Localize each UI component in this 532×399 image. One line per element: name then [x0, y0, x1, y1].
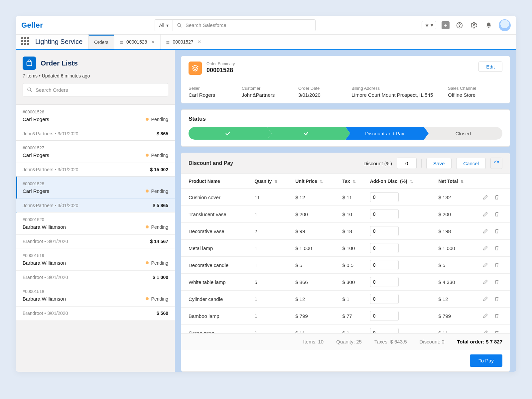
cell-tax: $ 77 — [339, 308, 367, 325]
cancel-button[interactable]: Cancel — [456, 158, 486, 169]
cell-qty: 2 — [251, 223, 292, 240]
order-amount: $ 1 000 — [153, 275, 168, 280]
cell-net-total: $ 198 — [435, 223, 479, 240]
delete-row-button[interactable] — [494, 211, 500, 217]
order-number: #00001528 — [23, 181, 168, 186]
order-list: #00001526Carl RogersPendingJohn&Partners… — [16, 104, 175, 320]
order-list-item[interactable]: #00001526Carl RogersPendingJohn&Partners… — [16, 105, 175, 141]
save-button[interactable]: Save — [426, 158, 452, 169]
cell-unit-price: $ 200 — [292, 206, 339, 223]
column-header[interactable]: Net Total ⇅ — [435, 174, 479, 189]
sort-icon: ⇅ — [320, 180, 323, 184]
delete-row-button[interactable] — [494, 330, 500, 333]
close-icon[interactable]: ✕ — [198, 39, 201, 45]
edit-row-button[interactable] — [482, 262, 488, 268]
meta-value: Carl Rogers — [189, 92, 238, 98]
table-row: Decorative candle1$ 5$ 0.5$ 5 — [181, 257, 510, 274]
trash-icon — [494, 279, 500, 285]
global-search-input[interactable]: Search Salesforce — [173, 19, 316, 31]
edit-row-button[interactable] — [482, 211, 488, 217]
delete-row-button[interactable] — [494, 262, 500, 268]
edit-row-button[interactable] — [482, 330, 488, 333]
pencil-icon — [482, 228, 488, 234]
edit-row-button[interactable] — [482, 313, 488, 319]
cell-net-total: $ 11 — [435, 325, 479, 333]
order-seller: Carl Rogers — [23, 116, 49, 122]
edit-row-button[interactable] — [482, 296, 488, 302]
notifications-button[interactable] — [484, 21, 493, 30]
delete-row-button[interactable] — [494, 313, 500, 319]
sidebar-search-input[interactable]: Search Orders — [23, 83, 168, 96]
column-header[interactable]: Product Name — [181, 174, 251, 189]
status-step[interactable] — [267, 127, 345, 140]
status-step[interactable] — [189, 127, 267, 140]
delete-row-button[interactable] — [494, 245, 500, 251]
tab-00001528[interactable]: ≣00001528✕ — [114, 35, 160, 49]
sidebar-subtitle: 7 items • Updated 6 minutes ago — [23, 73, 168, 78]
setup-button[interactable] — [469, 21, 479, 30]
status-dot-icon — [146, 225, 149, 228]
column-header[interactable]: Quanity ⇅ — [251, 174, 292, 189]
addon-discount-input[interactable] — [370, 311, 399, 321]
user-avatar[interactable] — [499, 19, 511, 31]
refresh-button[interactable] — [490, 158, 502, 169]
addon-discount-input[interactable] — [370, 226, 399, 236]
order-list-item[interactable]: #00001518Barbara WilliamsonPendingBrandr… — [16, 284, 175, 320]
refresh-icon — [493, 160, 499, 166]
order-seller: Carl Rogers — [23, 152, 49, 158]
status-step[interactable]: Closed — [424, 127, 502, 140]
sidebar-search-placeholder: Search Orders — [36, 87, 68, 93]
edit-row-button[interactable] — [482, 245, 488, 251]
order-list-item[interactable]: #00001527Carl RogersPendingJohn&Partners… — [16, 141, 175, 177]
order-list-item[interactable]: #00001520Barbara WilliamsonPendingBrandr… — [16, 212, 175, 248]
help-button[interactable] — [455, 21, 464, 30]
cell-unit-price: $ 12 — [292, 189, 339, 206]
cell-tax: $ 1 — [339, 325, 367, 333]
edit-row-button[interactable] — [482, 228, 488, 234]
tab-orders[interactable]: Orders — [88, 35, 114, 49]
svg-line-1 — [180, 26, 182, 27]
cell-qty: 11 — [251, 189, 292, 206]
addon-discount-input[interactable] — [370, 277, 399, 287]
addon-discount-input[interactable] — [370, 328, 399, 333]
edit-button[interactable]: Edit — [478, 62, 502, 72]
cell-product: Cushion cover — [181, 189, 251, 206]
close-icon[interactable]: ✕ — [151, 39, 155, 45]
addon-discount-input[interactable] — [370, 260, 399, 270]
layers-icon: ≣ — [120, 39, 124, 45]
table-row: Decorative vase2$ 99$ 18$ 198 — [181, 223, 510, 240]
sort-icon: ⇅ — [461, 180, 464, 184]
tab-00001527[interactable]: ≣00001527✕ — [160, 35, 206, 49]
delete-row-button[interactable] — [494, 194, 500, 200]
order-list-item[interactable]: #00001519Barbara WilliamsonPendingBrandr… — [16, 248, 175, 284]
order-list-item[interactable]: #00001528Carl RogersPendingJohn&Partners… — [16, 177, 175, 212]
column-header[interactable]: Unit Price ⇅ — [292, 174, 339, 189]
to-pay-button[interactable]: To Pay — [470, 354, 502, 367]
delete-row-button[interactable] — [494, 228, 500, 234]
check-icon — [303, 130, 309, 136]
delete-row-button[interactable] — [494, 296, 500, 302]
status-card: Status Discount and PayClosed — [181, 109, 510, 147]
favorites-button[interactable]: ★▾ — [422, 21, 436, 29]
status-step[interactable]: Discount and Pay — [345, 127, 424, 140]
global-actions-button[interactable]: ＋ — [442, 21, 450, 29]
search-scope-dropdown[interactable]: All ▾ — [155, 19, 173, 31]
column-header[interactable]: Add-on Disc. (%) ⇅ — [367, 174, 435, 189]
status-dot-icon — [146, 118, 149, 121]
addon-discount-input[interactable] — [370, 192, 399, 202]
star-icon: ★ — [425, 22, 429, 28]
edit-row-button[interactable] — [482, 194, 488, 200]
edit-row-button[interactable] — [482, 279, 488, 285]
addon-discount-input[interactable] — [370, 294, 399, 304]
status-badge: Pending — [146, 189, 168, 194]
addon-discount-input[interactable] — [370, 243, 399, 253]
order-amount: $ 560 — [157, 311, 168, 316]
trash-icon — [494, 296, 500, 302]
table-row: Cushion cover11$ 12$ 11$ 132 — [181, 189, 510, 206]
cell-qty: 1 — [251, 325, 292, 333]
column-header[interactable]: Tax ⇅ — [339, 174, 367, 189]
app-launcher-button[interactable] — [21, 37, 31, 47]
delete-row-button[interactable] — [494, 279, 500, 285]
discount-input[interactable] — [397, 158, 417, 169]
addon-discount-input[interactable] — [370, 209, 399, 219]
